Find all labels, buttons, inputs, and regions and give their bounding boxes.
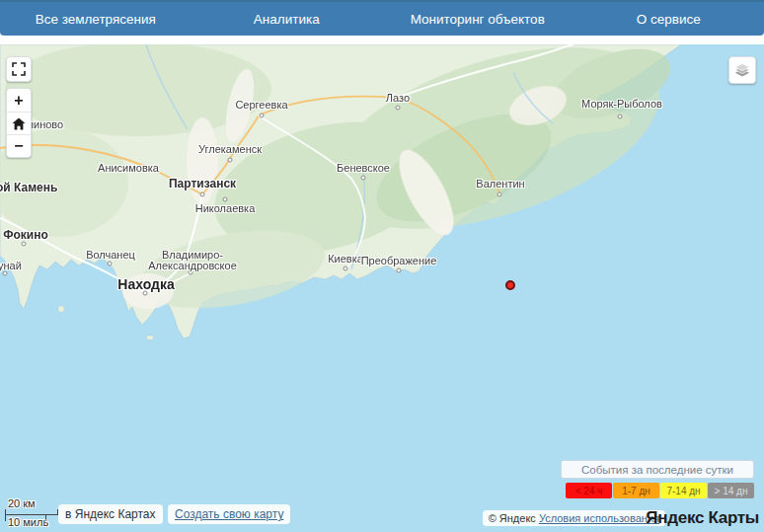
settlement-dot [618, 114, 623, 119]
map-label-valentin: Валентин [476, 178, 524, 190]
settlement-dot [200, 192, 205, 197]
settlement-dot [344, 266, 348, 271]
map-label-nakhodka: Находка [117, 276, 174, 292]
map-attribution: © Яндекс Условия использования [483, 510, 665, 526]
nav-item-about[interactable]: О сервисе [573, 12, 764, 27]
map-label-uglekamensk: Углекаменск [198, 143, 262, 155]
map-label-fokino: Фокино [3, 228, 48, 242]
map-label-moryak-rybolov: Моряк-Рыболов [581, 98, 662, 110]
zoom-control: + − [6, 88, 32, 158]
terms-of-use-link[interactable]: Условия использования [539, 512, 659, 524]
zoom-in-button[interactable]: + [7, 89, 31, 112]
layers-icon [732, 61, 752, 79]
settlement-dot [396, 106, 401, 111]
map-label-dunay: унай [0, 260, 22, 271]
settlement-dot [22, 242, 27, 247]
settlement-dot [260, 114, 265, 118]
create-own-map-link: Создать свою карту [168, 504, 290, 524]
map-label-kamen: ой Камень [0, 181, 57, 194]
copyright-text: © Яндекс [489, 512, 536, 524]
map-label-benevskoe: Беневское [337, 162, 390, 174]
map-label-lazo: Лазо [386, 92, 410, 104]
settlement-dot [397, 268, 402, 273]
scale-km-label: 20 км [5, 497, 58, 509]
map-label-anisimovka: Анисимовка [98, 162, 159, 174]
map-label-volchanets: Волчанец [86, 249, 135, 261]
settlement-dot [361, 176, 366, 181]
scale-miles-label: 10 миль [5, 516, 58, 528]
basemap-terrain [0, 44, 764, 532]
home-icon [12, 117, 26, 130]
map-label-partizansk: Партизанск [169, 177, 236, 190]
nav-item-analytics[interactable]: Аналитика [191, 12, 383, 27]
settlement-dot [223, 197, 228, 202]
legend-bar: < 24 ч 1-7 дн 7-14 дн > 14 дн [566, 483, 754, 498]
map-label-kievka: Киевка [328, 253, 363, 265]
zoom-out-button[interactable]: − [7, 134, 31, 157]
fullscreen-icon [12, 62, 26, 76]
legend-item-7-14-days[interactable]: 7-14 дн [660, 483, 707, 498]
settlement-dot [497, 192, 502, 197]
map-label-vladimiro-aleksandrovskoe-2: Александровское [148, 260, 237, 271]
open-in-yandex-maps[interactable]: в Яндекс Картах [58, 504, 163, 524]
settlement-dot [228, 158, 233, 163]
nav-item-all-earthquakes[interactable]: Все землетрясения [0, 12, 191, 27]
settlement-dot [108, 262, 113, 266]
home-button[interactable] [7, 112, 31, 134]
settlement-dot [3, 271, 8, 276]
fullscreen-button[interactable] [6, 56, 32, 82]
yandex-maps-logo[interactable]: Яндекс Карты [646, 508, 759, 528]
earthquake-marker[interactable] [505, 280, 515, 290]
map-scale: 20 км 10 миль [5, 497, 58, 528]
legend-title: События за последние сутки [561, 460, 754, 479]
legend-item-over-14-days[interactable]: > 14 дн [708, 483, 754, 498]
layers-button[interactable] [728, 56, 756, 84]
nav-item-monitoring[interactable]: Мониторинг объектов [382, 12, 573, 27]
create-own-map-anchor[interactable]: Создать свою карту [175, 507, 283, 521]
map-label-nikolaevka: Николаевка [195, 202, 256, 214]
map-label-sergeevka: Сергеевка [235, 99, 287, 111]
top-navbar: Все землетрясения Аналитика Мониторинг о… [0, 0, 764, 36]
map-canvas[interactable]: яниново Сергеевка Лазо Моряк-Рыболов Угл… [0, 44, 764, 532]
map-label-preobrazhenie: Преображение [361, 255, 437, 266]
legend-item-1-7-days[interactable]: 1-7 дн [613, 483, 659, 498]
legend-item-under-24h[interactable]: < 24 ч [566, 483, 612, 498]
